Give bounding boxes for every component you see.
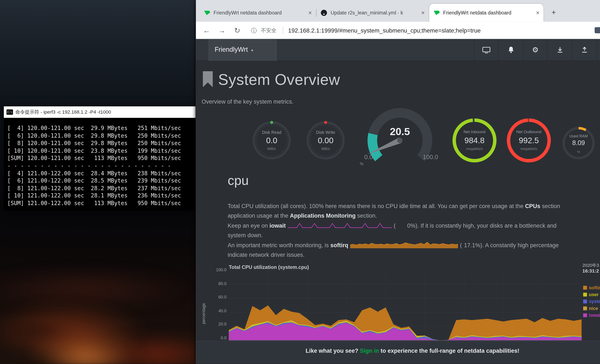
text: Like what you see? <box>306 347 360 354</box>
terminal-title: 命令提示符 - iperf3 -c 192.168.1.2 -P4 -t1000 <box>15 109 111 115</box>
browser-window: FriendlyWrt netdata dashboard × Update r… <box>196 0 600 364</box>
y-tick-label: 0.0 <box>221 336 227 340</box>
gauge-net-outbound[interactable]: Net Outbound 992.5 megabits/s <box>504 115 554 167</box>
github-favicon-icon <box>321 9 327 16</box>
text: ( <box>394 222 395 229</box>
security-label[interactable]: 不安全 <box>261 22 277 39</box>
gauge-disk-read[interactable]: Disk Read 0.0 MiB/s <box>249 117 295 165</box>
gauge-label: Disk Write <box>303 130 349 135</box>
tab-netdata-2-active[interactable]: FriendlyWrt netdata dashboard × <box>429 4 544 22</box>
url-input[interactable]: 192.168.2.1:19999/#menu_system_submenu_c… <box>288 22 481 39</box>
download-icon <box>557 47 563 53</box>
legend-swatch <box>583 313 587 317</box>
y-tick-label: 100.0 <box>216 267 227 272</box>
gauge-unit: megabits/s <box>450 147 499 151</box>
terminal-line: [SUM] 121.00-122.00 sec 113 MBytes 950 M… <box>7 200 196 207</box>
gauge-used-ram[interactable]: Used RAM 8.09 % <box>559 124 598 164</box>
alarms-button[interactable] <box>498 39 523 61</box>
tab-github[interactable]: Update r2s_lean_minimal.yml · k × <box>317 4 429 22</box>
legend-swatch <box>583 307 587 310</box>
tab-strip: FriendlyWrt netdata dashboard × Update r… <box>196 0 600 22</box>
legend-label: nice <box>589 306 598 311</box>
legend-swatch <box>583 293 587 297</box>
gauge-label: Used RAM <box>559 134 598 138</box>
applications-monitoring-link[interactable]: Applications Monitoring <box>290 213 356 219</box>
text: section <box>540 203 560 209</box>
reload-icon[interactable]: ↻ <box>231 22 244 39</box>
gauge-label: Net Outbound <box>504 129 554 134</box>
cpu-description: Total CPU utilization (all cores). 100% … <box>228 201 600 260</box>
text: system down. <box>228 232 263 238</box>
y-tick-label: 40.0 <box>218 308 227 313</box>
gauge-cpu[interactable]: CPU 20.5 0.0 100.0 % <box>358 102 442 167</box>
brand-label: FriendlyWrt <box>215 46 248 53</box>
brand-menu[interactable]: FriendlyWrt▾ <box>208 39 277 61</box>
section-heading-cpu: cpu <box>228 173 249 188</box>
gauge-min: 0.0 <box>358 154 379 161</box>
display-button[interactable] <box>474 39 499 61</box>
tab-close-icon[interactable]: × <box>421 10 425 16</box>
y-tick-label: 20.0 <box>218 322 227 327</box>
softirq-sparkline[interactable] <box>350 242 458 249</box>
gear-icon: ⚙ <box>532 46 539 54</box>
export-button[interactable] <box>572 39 597 61</box>
extension-icon[interactable] <box>595 27 600 33</box>
legend-item[interactable]: nice <box>583 305 600 312</box>
tab-close-icon[interactable]: × <box>536 10 540 16</box>
text: to experience the full-range of netdata … <box>379 347 519 354</box>
terminal-line: [ 10] 121.00-122.00 sec 28.1 MBytes 236 … <box>7 192 196 200</box>
tab-netdata-1[interactable]: FriendlyWrt netdata dashboard × <box>200 4 316 22</box>
legend-item[interactable]: system <box>583 298 600 305</box>
settings-button[interactable]: ⚙ <box>523 39 548 61</box>
iowait-sparkline[interactable] <box>288 223 392 228</box>
legend-label: user <box>589 292 599 297</box>
cloud <box>0 268 191 310</box>
terminal-line: [ 8] 120.00-121.00 sec 29.8 MBytes 250 M… <box>7 140 196 147</box>
gauge-net-inbound[interactable]: Net Inbound 984.8 megabits/s <box>450 115 499 167</box>
iowait-label: iowait <box>270 222 286 229</box>
gauge-label: Disk Read <box>249 130 295 135</box>
forward-icon[interactable]: → <box>216 22 228 39</box>
terminal-titlebar[interactable]: C:\ 命令提示符 - iperf3 -c 192.168.1.2 -P4 -t… <box>4 106 196 118</box>
new-tab-button[interactable]: + <box>549 8 559 18</box>
signin-text: Like what you see? Sign in to experience… <box>196 347 600 354</box>
legend-item[interactable]: iowait <box>583 312 600 319</box>
terminal-body[interactable]: [ 4] 120.00-121.00 sec 29.9 MBytes 251 M… <box>4 118 196 210</box>
terminal-line: [ 10] 120.00-121.00 sec 23.8 MBytes 199 … <box>7 147 196 155</box>
terminal-window[interactable]: C:\ 命令提示符 - iperf3 -c 192.168.1.2 -P4 -t… <box>4 106 196 210</box>
gauge-unit: % <box>559 150 598 154</box>
netdata-favicon-icon <box>204 9 210 16</box>
y-tick-label: 80.0 <box>218 281 227 286</box>
tab-close-icon[interactable]: × <box>308 10 312 16</box>
terminal-line: - - - - - - - - - - - - - - - - - - - - … <box>7 162 196 169</box>
terminal-output: [ 4] 120.00-121.00 sec 29.9 MBytes 251 M… <box>4 118 196 207</box>
upload-icon <box>581 47 588 53</box>
text: An important metric worth monitoring, is <box>228 242 330 248</box>
gauge-unit: MiB/s <box>249 147 295 151</box>
import-button[interactable] <box>547 39 572 61</box>
cpu-utilization-chart[interactable] <box>229 270 581 341</box>
terminal-line: [ 6] 120.00-121.00 sec 29.8 MBytes 250 M… <box>7 132 196 140</box>
cpus-link[interactable]: CPUs <box>525 203 540 209</box>
softirq-value: 17.1% <box>462 240 480 250</box>
softirq-label: softirq <box>330 242 348 248</box>
y-tick-label: 60.0 <box>218 295 227 299</box>
legend-item[interactable]: user <box>583 291 600 298</box>
legend-label: iowait <box>589 313 600 318</box>
dashboard-navbar: FriendlyWrt▾ ⚙ <box>196 39 600 61</box>
terminal-line: [ 8] 121.00-122.00 sec 28.2 MBytes 237 M… <box>7 185 196 192</box>
chart-date-label: 2020年3 <box>582 262 599 268</box>
text: Keep an eye on <box>228 222 270 229</box>
tab-title: Update r2s_lean_minimal.yml · k <box>331 10 418 16</box>
gauge-unit: % <box>354 161 369 166</box>
sign-in-link[interactable]: Sign in <box>360 347 379 354</box>
text: Total CPU utilization (all cores). 100% … <box>228 203 525 209</box>
cmd-icon: C:\ <box>7 109 13 115</box>
terminal-line: [ 4] 120.00-121.00 sec 29.9 MBytes 251 M… <box>7 125 196 132</box>
bell-icon <box>508 46 514 54</box>
site-info-icon[interactable]: ⓘ <box>251 22 257 39</box>
legend-item[interactable]: softirq <box>583 284 600 291</box>
signin-banner: Like what you see? Sign in to experience… <box>196 341 600 364</box>
gauge-disk-write[interactable]: Disk Write 0.00 MiB/s <box>303 117 349 165</box>
back-icon[interactable]: ← <box>200 22 213 39</box>
